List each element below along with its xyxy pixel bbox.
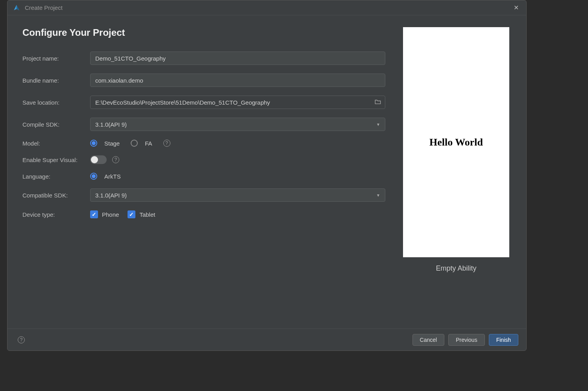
super-visual-label: Enable Super Visual: bbox=[22, 157, 90, 163]
preview-text: Hello World bbox=[429, 136, 483, 148]
device-phone-label: Phone bbox=[102, 211, 119, 218]
compatible-sdk-label: Compatible SDK: bbox=[22, 192, 90, 199]
chevron-down-icon: ▼ bbox=[376, 122, 380, 127]
footer-help-icon[interactable]: ? bbox=[18, 336, 25, 343]
preview-caption: Empty Ability bbox=[436, 264, 476, 273]
language-arkts-radio[interactable] bbox=[90, 173, 97, 180]
super-visual-toggle[interactable] bbox=[90, 155, 107, 164]
language-arkts-label: ArkTS bbox=[104, 173, 121, 180]
bundle-name-input[interactable]: com.xiaolan.demo bbox=[90, 74, 385, 87]
template-preview: Hello World bbox=[403, 27, 509, 257]
close-icon[interactable]: ✕ bbox=[511, 4, 521, 11]
model-help-icon[interactable]: ? bbox=[163, 140, 170, 147]
folder-browse-icon[interactable] bbox=[375, 99, 381, 106]
model-stage-label: Stage bbox=[104, 140, 120, 147]
device-tablet-label: Tablet bbox=[139, 211, 155, 218]
language-label: Language: bbox=[22, 173, 90, 180]
app-logo-icon bbox=[13, 4, 20, 11]
finish-button[interactable]: Finish bbox=[489, 334, 518, 346]
super-visual-help-icon[interactable]: ? bbox=[112, 156, 119, 163]
create-project-dialog: Create Project ✕ Configure Your Project … bbox=[7, 0, 527, 351]
project-name-input[interactable]: Demo_51CTO_Geography bbox=[90, 52, 385, 65]
project-name-label: Project name: bbox=[22, 55, 90, 62]
model-label: Model: bbox=[22, 140, 90, 147]
titlebar: Create Project ✕ bbox=[7, 0, 526, 15]
compile-sdk-select[interactable]: 3.1.0(API 9) ▼ bbox=[90, 118, 385, 131]
device-tablet-checkbox[interactable]: ✓ bbox=[128, 210, 135, 218]
dialog-title: Create Project bbox=[25, 4, 63, 11]
model-fa-label: FA bbox=[145, 140, 152, 147]
compatible-sdk-value: 3.1.0(API 9) bbox=[95, 192, 127, 199]
compatible-sdk-select[interactable]: 3.1.0(API 9) ▼ bbox=[90, 188, 385, 202]
previous-button[interactable]: Previous bbox=[448, 334, 484, 346]
dialog-footer: ? Cancel Previous Finish bbox=[7, 328, 526, 350]
save-location-value: E:\DevEcoStudio\ProjectStore\51Demo\Demo… bbox=[95, 99, 270, 106]
bundle-name-label: Bundle name: bbox=[22, 77, 90, 84]
compile-sdk-label: Compile SDK: bbox=[22, 121, 90, 128]
device-phone-checkbox[interactable]: ✓ bbox=[90, 210, 98, 218]
bundle-name-value: com.xiaolan.demo bbox=[95, 77, 143, 84]
device-type-label: Device type: bbox=[22, 211, 90, 218]
save-location-label: Save location: bbox=[22, 99, 90, 106]
cancel-button[interactable]: Cancel bbox=[412, 334, 445, 346]
page-heading: Configure Your Project bbox=[22, 27, 385, 38]
chevron-down-icon: ▼ bbox=[376, 193, 380, 197]
save-location-input[interactable]: E:\DevEcoStudio\ProjectStore\51Demo\Demo… bbox=[90, 96, 385, 109]
model-fa-radio[interactable] bbox=[131, 140, 138, 147]
model-stage-radio[interactable] bbox=[90, 140, 97, 147]
project-name-value: Demo_51CTO_Geography bbox=[95, 55, 166, 62]
compile-sdk-value: 3.1.0(API 9) bbox=[95, 121, 127, 128]
